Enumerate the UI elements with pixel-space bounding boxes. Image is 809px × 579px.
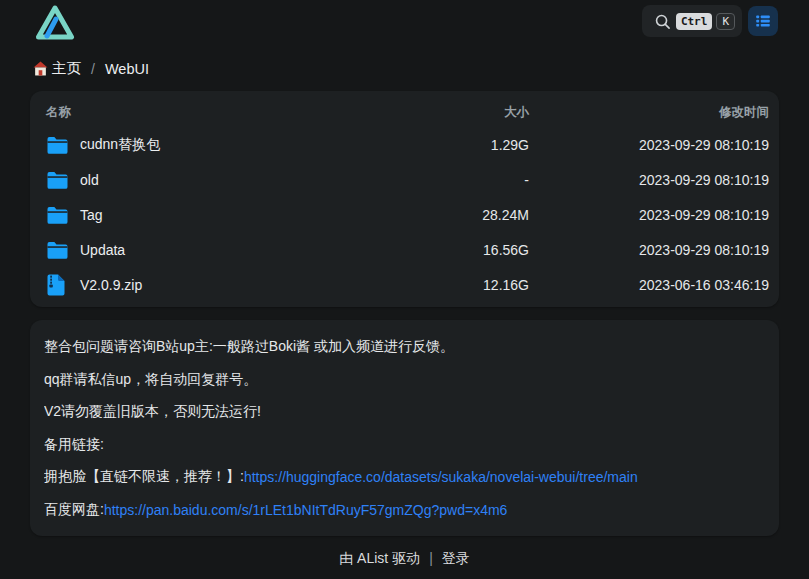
file-name-cell: old [40, 169, 389, 191]
breadcrumb-home-label: 主页 [52, 59, 81, 78]
file-size: 28.24M [389, 207, 529, 223]
column-header-size[interactable]: 大小 [389, 104, 529, 121]
readme-link-prefix: 百度网盘: [44, 501, 104, 519]
readme-line: 备用链接: [44, 429, 765, 462]
folder-icon [46, 239, 69, 261]
file-size: 1.29G [389, 137, 529, 153]
baidu-pan-link[interactable]: https://pan.baidu.com/s/1rLEt1bNItTdRuyF… [104, 502, 507, 518]
file-size: - [389, 172, 529, 188]
footer-divider: | [429, 550, 433, 566]
top-bar: Ctrl K [0, 0, 809, 44]
file-size: 16.56G [389, 242, 529, 258]
file-modified: 2023-09-29 08:10:19 [529, 137, 769, 153]
file-list-panel: 名称 大小 修改时间 cudnn替换包 1.29G 2023-09-29 08:… [30, 91, 779, 307]
readme-line: 整合包问题请咨询B站up主:一般路过Boki酱 或加入频道进行反馈。 [44, 331, 765, 364]
readme-link-line: 拥抱脸【直链不限速，推荐！】:https://huggingface.co/da… [44, 461, 765, 494]
file-name: cudnn替换包 [80, 136, 160, 154]
file-modified: 2023-06-16 03:46:19 [529, 277, 769, 293]
alist-logo-icon[interactable] [32, 3, 78, 43]
file-modified: 2023-09-29 08:10:19 [529, 207, 769, 223]
list-icon [754, 12, 772, 30]
huggingface-link[interactable]: https://huggingface.co/datasets/sukaka/n… [244, 469, 638, 485]
file-name: Updata [80, 242, 125, 258]
readme-link-line: 百度网盘:https://pan.baidu.com/s/1rLEt1bNItT… [44, 494, 765, 527]
folder-icon [46, 134, 69, 156]
search-button[interactable]: Ctrl K [642, 5, 742, 37]
powered-by-alist-link[interactable]: 由 AList 驱动 [339, 550, 420, 566]
zip-file-icon [46, 274, 69, 296]
file-row-updata[interactable]: Updata 16.56G 2023-09-29 08:10:19 [38, 232, 771, 267]
file-name: old [80, 172, 99, 188]
file-modified: 2023-09-29 08:10:19 [529, 172, 769, 188]
file-row-old[interactable]: old - 2023-09-29 08:10:19 [38, 162, 771, 197]
file-size: 12.16G [389, 277, 529, 293]
file-name-cell: cudnn替换包 [40, 134, 389, 156]
file-row-cudnn[interactable]: cudnn替换包 1.29G 2023-09-29 08:10:19 [38, 127, 771, 162]
kbd-k: K [716, 13, 735, 30]
page-footer: 由 AList 驱动|登录 [0, 550, 809, 568]
column-header-name[interactable]: 名称 [40, 104, 389, 121]
readme-line: qq群请私信up，将自动回复群号。 [44, 364, 765, 397]
file-row-tag[interactable]: Tag 28.24M 2023-09-29 08:10:19 [38, 197, 771, 232]
folder-icon [46, 169, 69, 191]
file-name-cell: Tag [40, 204, 389, 226]
file-name: V2.0.9.zip [80, 277, 142, 293]
breadcrumb-home-link[interactable]: 主页 [33, 59, 81, 78]
readme-line: V2请勿覆盖旧版本，否则无法运行! [44, 396, 765, 429]
search-icon [654, 13, 671, 30]
file-name-cell: V2.0.9.zip [40, 274, 389, 296]
home-icon [33, 61, 48, 76]
breadcrumb-current: WebUI [105, 61, 149, 77]
login-link[interactable]: 登录 [442, 550, 470, 566]
file-modified: 2023-09-29 08:10:19 [529, 242, 769, 258]
column-header-name-label: 名称 [46, 104, 71, 121]
folder-icon [46, 204, 69, 226]
file-row-zip[interactable]: V2.0.9.zip 12.16G 2023-06-16 03:46:19 [38, 267, 771, 302]
file-name: Tag [80, 207, 103, 223]
list-view-toggle-button[interactable] [748, 6, 778, 36]
file-table-header: 名称 大小 修改时间 [38, 98, 771, 127]
readme-panel: 整合包问题请咨询B站up主:一般路过Boki酱 或加入频道进行反馈。 qq群请私… [30, 320, 779, 536]
readme-link-prefix: 拥抱脸【直链不限速，推荐！】: [44, 468, 244, 486]
breadcrumb: 主页 / WebUI [33, 59, 809, 78]
file-name-cell: Updata [40, 239, 389, 261]
topbar-actions: Ctrl K [642, 5, 778, 37]
column-header-modified[interactable]: 修改时间 [529, 104, 769, 121]
breadcrumb-separator: / [91, 61, 95, 77]
kbd-ctrl: Ctrl [676, 13, 713, 30]
